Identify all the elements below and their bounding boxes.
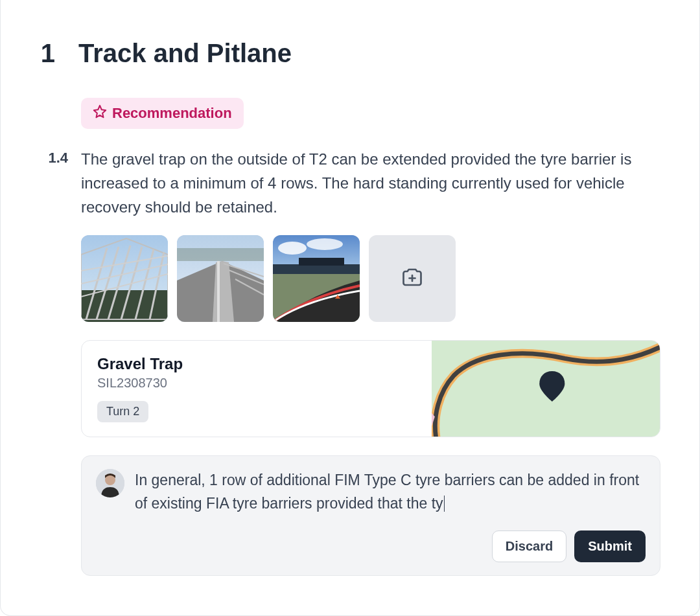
location-card: Gravel Trap SIL2308730 Turn 2 — [81, 340, 660, 438]
location-map[interactable] — [432, 341, 660, 437]
section-title: Track and Pitlane — [78, 39, 292, 68]
item-content: Recommendation The gravel trap on the ou… — [81, 98, 660, 576]
comment-actions: Discard Submit — [96, 530, 646, 562]
comment-card: In general, 1 row of additional FIM Type… — [81, 455, 660, 576]
discard-button[interactable]: Discard — [492, 530, 566, 562]
item-description: The gravel trap on the outside of T2 can… — [81, 147, 660, 220]
text-cursor — [444, 496, 445, 512]
add-image-button[interactable] — [369, 235, 456, 322]
document-card: 1 Track and Pitlane 1.4 Recommendation T… — [0, 0, 700, 616]
item-number: 1.4 — [40, 98, 68, 576]
comment-input[interactable]: In general, 1 row of additional FIM Type… — [135, 469, 646, 515]
section-number: 1 — [40, 39, 55, 68]
flag-icon — [93, 104, 107, 122]
svg-rect-23 — [273, 264, 360, 274]
location-info: Gravel Trap SIL2308730 Turn 2 — [82, 341, 432, 437]
recommendation-badge: Recommendation — [81, 98, 244, 129]
comment-row: In general, 1 row of additional FIM Type… — [96, 469, 646, 515]
submit-button[interactable]: Submit — [574, 530, 646, 562]
image-thumbnail[interactable] — [177, 235, 264, 322]
content-area: 1.4 Recommendation The gravel trap on th… — [40, 98, 660, 576]
image-thumbnail[interactable] — [273, 235, 360, 322]
svg-marker-19 — [177, 248, 264, 261]
badge-label: Recommendation — [112, 105, 232, 122]
location-code: SIL2308730 — [97, 376, 416, 391]
svg-rect-24 — [299, 258, 344, 266]
location-tag: Turn 2 — [97, 401, 148, 422]
camera-plus-icon — [401, 266, 424, 291]
avatar — [96, 469, 124, 497]
svg-point-22 — [307, 238, 343, 250]
location-title: Gravel Trap — [97, 355, 416, 373]
section-header: 1 Track and Pitlane — [40, 39, 660, 68]
image-thumbnails — [81, 235, 660, 322]
svg-rect-15 — [217, 261, 220, 322]
image-thumbnail[interactable] — [81, 235, 168, 322]
svg-point-21 — [278, 242, 307, 255]
